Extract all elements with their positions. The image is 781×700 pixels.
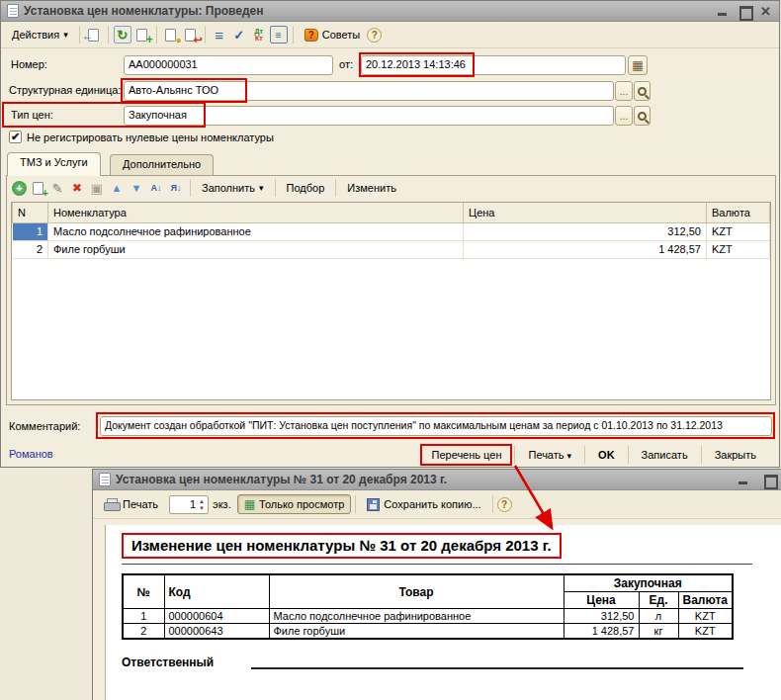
move-up-icon[interactable]: ▲ [108, 179, 126, 197]
price-type-ellipsis-button[interactable]: ... [615, 106, 633, 126]
row-name[interactable]: Филе горбуши [48, 240, 464, 258]
print-document-title: Изменение цен номенклатуры № 31 от 20 де… [122, 533, 562, 559]
view-only-button[interactable]: ▦ Только просмотр [237, 494, 352, 514]
refresh-icon[interactable]: ↻ [114, 26, 131, 44]
tips-book-icon: ? [304, 29, 318, 42]
dt-kt-icon[interactable]: ДтКт [250, 26, 268, 44]
items-table: N Номенклатура Цена Валюта 1 Масло подсо… [12, 203, 770, 259]
printer-icon [104, 498, 119, 510]
row-name[interactable]: Масло подсолнечное рафинированное [48, 222, 464, 240]
cell-unit: л [639, 609, 678, 624]
row-price[interactable]: 312,50 [464, 222, 707, 240]
minimize-icon[interactable] [717, 6, 730, 17]
tab-tmz-services[interactable]: ТМЗ и Услуги [7, 152, 101, 176]
price-type-input[interactable]: Закупочная [124, 106, 614, 126]
row-currency[interactable]: KZT [707, 222, 770, 240]
maximize-icon[interactable] [738, 6, 751, 17]
col-price[interactable]: Цена [464, 203, 707, 222]
add-row-icon[interactable]: + [12, 181, 27, 196]
help-icon[interactable]: ? [497, 497, 512, 512]
save-button[interactable]: Записать [633, 446, 697, 464]
cell-price: 312,50 [564, 609, 639, 624]
footer-buttons: Перечень цен Печать ▾ OK Записать Закрыт… [422, 443, 765, 467]
window-titlebar[interactable]: Установка цен номенклатуры № 31 от 20 де… [93, 470, 781, 490]
copies-stepper[interactable]: 1 ▲ ▼ [169, 495, 209, 514]
separator [355, 495, 356, 513]
row-currency[interactable]: KZT [707, 240, 770, 258]
chevron-down-icon: ▾ [259, 183, 264, 193]
author-link[interactable]: Романов [9, 448, 53, 460]
document-window: Установка цен номенклатуры: Проведен ✕ Д… [0, 0, 780, 468]
col-n[interactable]: N [13, 203, 48, 222]
minimize-icon[interactable] [738, 475, 750, 485]
unit-input[interactable]: Авто-Альянс ТОО [124, 81, 614, 101]
table-row[interactable]: 2 Филе горбуши 1 428,57 KZT [13, 240, 770, 258]
comment-input[interactable]: Документ создан обработкой "ПИТ: Установ… [100, 416, 772, 436]
ok-button[interactable]: OK [589, 446, 624, 464]
actions-button[interactable]: Действия ▾ [5, 26, 75, 44]
edit-row-icon[interactable]: ✎ [48, 179, 66, 197]
col-name[interactable]: Номенклатура [48, 203, 464, 222]
separator [205, 26, 206, 44]
separator [190, 179, 191, 197]
fill-button[interactable]: Заполнить ▾ [195, 179, 271, 197]
help-icon[interactable]: ? [367, 28, 382, 43]
stepper-down-icon[interactable]: ▼ [197, 504, 207, 512]
row-number[interactable]: 2 [13, 240, 48, 258]
tab-additional[interactable]: Дополнительно [110, 154, 214, 176]
row-number-selected[interactable]: 1 [13, 222, 48, 240]
delete-row-icon[interactable]: ✖ [68, 179, 86, 197]
pick-button[interactable]: Подбор [280, 179, 332, 197]
sort-ascending-icon[interactable]: А↓ [147, 179, 165, 197]
date-input[interactable]: 20.12.2013 14:13:46 [361, 55, 626, 75]
number-input[interactable]: AA000000031 [124, 55, 333, 75]
table-header-row[interactable]: N Номенклатура Цена Валюта [13, 203, 770, 222]
save-row-icon[interactable]: ▣ [88, 179, 106, 197]
sort-descending-icon[interactable]: Я↓ [167, 179, 185, 197]
calendar-button[interactable]: ▦ [628, 55, 648, 75]
separator [156, 26, 157, 44]
window-title: Установка цен номенклатуры: Проведен [24, 4, 264, 18]
add-copy-icon[interactable]: + [29, 179, 46, 197]
copies-value: 1 [170, 498, 196, 510]
tab-content-panel: + + ✎ ✖ ▣ ▲ ▼ А↓ Я↓ Заполнить ▾ Подбор И… [6, 175, 776, 405]
print-col-num: № [123, 574, 164, 609]
print-toolbar: Печать 1 ▲ ▼ экз. ▦ Только просмотр Сохр… [93, 490, 781, 519]
document-icon [7, 4, 19, 18]
separator [335, 179, 336, 197]
post-and-close-icon[interactable]: ← [85, 26, 103, 44]
save-copy-label: Сохранить копию... [384, 498, 480, 510]
fill-label: Заполнить [202, 182, 255, 194]
checklist-icon[interactable]: ✓ [230, 26, 248, 44]
list-settings-icon[interactable]: ≡ [211, 26, 228, 44]
posting-result-icon[interactable]: ≡ [270, 26, 288, 44]
document-icon [99, 473, 111, 486]
maximize-icon[interactable] [763, 475, 776, 485]
zero-prices-checkbox[interactable]: ✔ [9, 131, 22, 143]
row-price[interactable]: 1 428,57 [464, 240, 707, 258]
price-list-button[interactable]: Перечень цен [422, 446, 510, 464]
print-button[interactable]: Печать ▾ [519, 446, 580, 464]
post-document-icon[interactable]: ● [162, 26, 180, 44]
ellipsis-icon: ... [620, 111, 628, 122]
unit-ellipsis-button[interactable]: ... [615, 81, 633, 101]
print-sheet: Изменение цен номенклатуры № 31 от 20 де… [105, 525, 781, 700]
print-col-product: Товар [269, 574, 564, 609]
unit-search-button[interactable] [634, 81, 651, 101]
copy-document-icon[interactable]: + [133, 26, 151, 44]
cell-product: Филе горбуши [269, 624, 564, 640]
close-icon[interactable]: ✕ [760, 6, 773, 17]
change-button[interactable]: Изменить [340, 179, 403, 197]
move-down-icon[interactable]: ▼ [128, 179, 145, 197]
tips-button[interactable]: ? Советы [298, 26, 367, 44]
print-col-code: Код [164, 574, 269, 609]
save-copy-button[interactable]: Сохранить копию... [360, 495, 487, 514]
window-titlebar[interactable]: Установка цен номенклатуры: Проведен ✕ [1, 1, 779, 22]
table-row[interactable]: 1 Масло подсолнечное рафинированное 312,… [13, 222, 770, 240]
col-currency[interactable]: Валюта [707, 203, 770, 222]
close-button[interactable]: Закрыть [706, 446, 765, 464]
view-only-label: Только просмотр [259, 498, 344, 510]
print-button[interactable]: Печать [97, 495, 165, 513]
undo-posting-icon[interactable]: ↩ [182, 26, 200, 44]
price-type-search-button[interactable] [634, 106, 651, 126]
